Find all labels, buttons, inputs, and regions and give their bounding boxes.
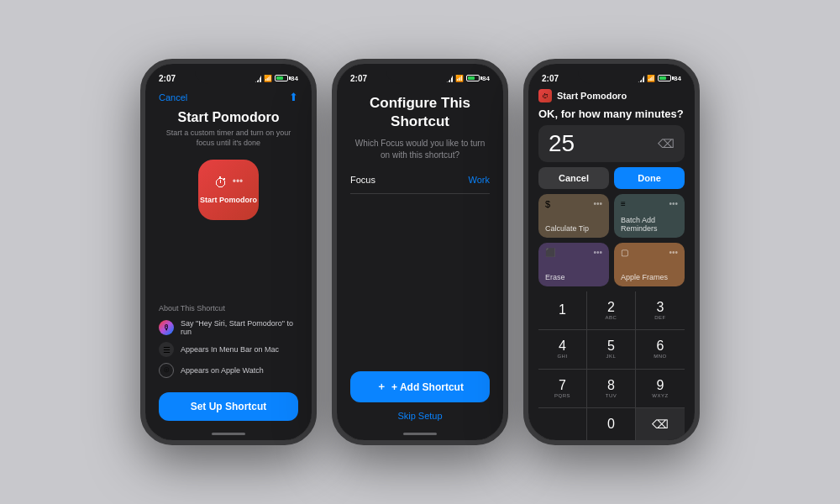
skip-setup-button[interactable]: Skip Setup — [350, 411, 490, 421]
phone-3: 2:07 📶 84 ⏱ Start Pomo — [523, 59, 700, 445]
setup-shortcut-button[interactable]: Set Up Shortcut — [159, 392, 298, 421]
about-watch-text: Appears on Apple Watch — [181, 366, 264, 375]
about-heading: About This Shortcut — [159, 304, 298, 312]
configure-title: Configure This Shortcut — [350, 94, 490, 131]
key-7[interactable]: 7 PQRS — [538, 370, 587, 408]
home-indicator-2 — [403, 433, 437, 435]
shortcuts-grid: $ ••• Calculate Tip ≡ ••• Batch AddRemin… — [528, 194, 695, 291]
phone1-subtitle: Start a custom timer and turn on your fo… — [159, 129, 298, 148]
cancel-action-button[interactable]: Cancel — [538, 167, 609, 189]
apple-frames-card[interactable]: ▢ ••• Apple Frames — [614, 243, 685, 286]
key-delete[interactable]: ⌫ — [636, 408, 685, 440]
status-bar-1: 2:07 📶 84 — [145, 64, 312, 87]
calculate-tip-card[interactable]: $ ••• Calculate Tip — [538, 194, 609, 238]
about-siri-text: Say "Hey Siri, Start Pomodoro" to run — [181, 319, 298, 336]
wifi-icon-2: 📶 — [455, 75, 464, 82]
share-icon[interactable]: ⬆︎ — [289, 91, 298, 103]
time-1: 2:07 — [159, 74, 176, 83]
status-icons-3: 📶 84 — [635, 74, 681, 82]
frames-more-icon: ••• — [669, 248, 678, 257]
status-icons-1: 📶 84 — [252, 74, 298, 82]
key-8[interactable]: 8 TUV — [587, 370, 636, 408]
batch-label: Batch AddReminders — [621, 216, 678, 233]
frames-icon: ▢ — [621, 248, 628, 257]
signal-icon-2 — [444, 74, 453, 82]
erase-label: Erase — [545, 273, 602, 281]
shortcut-icon-label: Start Pomodoro — [200, 196, 257, 204]
status-bar-2: 2:07 📶 84 — [337, 64, 503, 87]
about-item-menu: ☰ Appears In Menu Bar on Mac — [159, 342, 298, 357]
keypad: 1 2 ABC 3 DEF 4 GHI 5 JKL — [528, 291, 695, 440]
batch-more-icon: ••• — [669, 199, 678, 208]
phone-2: 2:07 📶 84 Configure This Short — [332, 59, 508, 445]
key-3[interactable]: 3 DEF — [636, 291, 685, 330]
batch-reminders-card[interactable]: ≡ ••• Batch AddReminders — [614, 194, 685, 238]
phone1-title: Start Pomodoro — [159, 110, 298, 125]
key-5[interactable]: 5 JKL — [587, 330, 636, 369]
battery-label-2: 84 — [482, 75, 490, 82]
about-menu-text: Appears In Menu Bar on Mac — [181, 345, 279, 354]
wifi-icon: 📶 — [264, 75, 272, 82]
key-4[interactable]: 4 GHI — [538, 330, 587, 369]
add-shortcut-label: + Add Shortcut — [391, 381, 464, 393]
calc-label: Calculate Tip — [545, 224, 602, 233]
focus-row[interactable]: Focus Work — [350, 175, 490, 194]
done-button[interactable]: Done — [614, 167, 685, 189]
phone3-app-name: Start Pomodoro — [557, 91, 627, 101]
key-empty-left — [538, 408, 587, 440]
time-2: 2:07 — [350, 74, 367, 83]
status-bar-3: 2:07 📶 84 — [528, 64, 695, 87]
siri-icon: 🎙 — [159, 320, 174, 335]
home-indicator-1 — [212, 433, 245, 435]
batch-icon: ≡ — [621, 199, 626, 208]
about-item-watch: ⦾ Appears on Apple Watch — [159, 363, 298, 378]
pomodoro-icon: ⏱ — [538, 89, 552, 102]
menu-bar-icon: ☰ — [159, 342, 174, 357]
cancel-button[interactable]: Cancel — [159, 92, 187, 102]
add-shortcut-button[interactable]: ＋ + Add Shortcut — [350, 371, 490, 402]
battery-icon-2 — [466, 75, 480, 81]
question-text: OK, for how many minutes? — [528, 108, 695, 125]
delete-button[interactable]: ⌫ — [658, 137, 675, 150]
key-1[interactable]: 1 — [538, 291, 587, 330]
apple-watch-icon: ⦾ — [159, 363, 174, 378]
erase-card[interactable]: ⬛ ••• Erase — [538, 243, 609, 286]
frames-label: Apple Frames — [621, 273, 678, 281]
about-item-siri: 🎙 Say "Hey Siri, Start Pomodoro" to run — [159, 319, 298, 336]
wifi-icon-3: 📶 — [647, 75, 655, 82]
status-icons-2: 📶 84 — [444, 74, 490, 82]
configure-subtitle: Which Focus would you like to turn on wi… — [350, 138, 490, 161]
phone-1: 2:07 📶 84 Cancel — [140, 59, 317, 445]
battery-icon — [275, 75, 288, 81]
erase-more-icon: ••• — [593, 248, 602, 257]
key-0[interactable]: 0 — [587, 408, 636, 440]
calc-icon: $ — [545, 199, 550, 209]
shortcut-icon: ⏱ ••• Start Pomodoro — [198, 160, 259, 220]
key-6[interactable]: 6 MNO — [636, 330, 685, 369]
signal-icon — [252, 74, 261, 82]
erase-icon: ⬛ — [545, 248, 555, 257]
phone3-header: ⏱ Start Pomodoro — [528, 87, 695, 108]
key-2[interactable]: 2 ABC — [587, 291, 636, 330]
key-9[interactable]: 9 WXYZ — [636, 370, 685, 408]
battery-label: 84 — [291, 75, 298, 82]
battery-icon-3 — [658, 75, 671, 81]
signal-icon-3 — [635, 74, 644, 82]
time-3: 2:07 — [542, 74, 559, 83]
calc-more-icon: ••• — [593, 199, 602, 209]
plus-icon: ＋ — [376, 380, 386, 394]
number-display: 25 ⌫ — [538, 125, 685, 162]
focus-value: Work — [469, 175, 490, 185]
focus-label: Focus — [350, 175, 375, 185]
battery-label-3: 84 — [674, 75, 681, 82]
number-value: 25 — [549, 130, 575, 157]
